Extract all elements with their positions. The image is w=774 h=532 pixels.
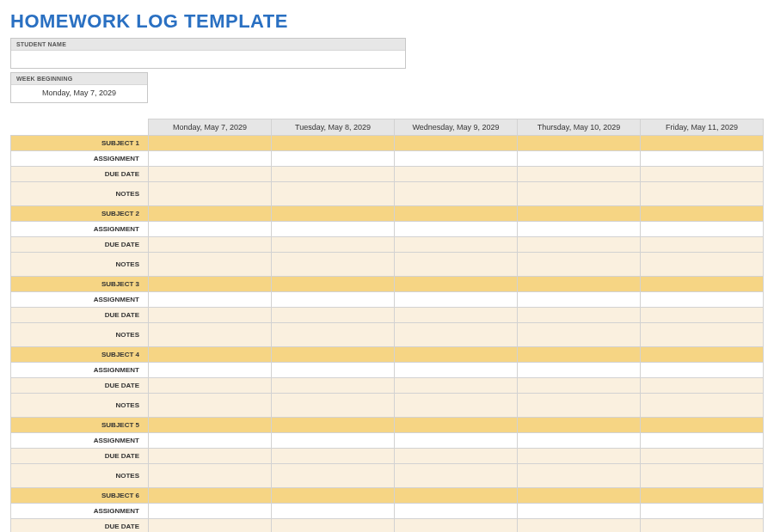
assignment-cell[interactable] bbox=[272, 504, 395, 519]
subject-cell[interactable] bbox=[641, 206, 764, 222]
subject-cell[interactable] bbox=[272, 418, 395, 433]
assignment-cell[interactable] bbox=[641, 151, 764, 167]
notes-cell[interactable] bbox=[395, 464, 518, 488]
subject-cell[interactable] bbox=[641, 347, 764, 363]
due-date-cell[interactable] bbox=[149, 449, 272, 464]
notes-cell[interactable] bbox=[272, 323, 395, 347]
subject-cell[interactable] bbox=[641, 418, 764, 433]
assignment-cell[interactable] bbox=[395, 504, 518, 519]
notes-cell[interactable] bbox=[518, 394, 641, 418]
subject-cell[interactable] bbox=[149, 488, 272, 504]
assignment-cell[interactable] bbox=[149, 433, 272, 449]
notes-cell[interactable] bbox=[272, 464, 395, 488]
notes-cell[interactable] bbox=[272, 253, 395, 277]
due-date-cell[interactable] bbox=[272, 237, 395, 253]
due-date-cell[interactable] bbox=[272, 519, 395, 533]
assignment-cell[interactable] bbox=[395, 363, 518, 378]
subject-cell[interactable] bbox=[518, 136, 641, 151]
due-date-cell[interactable] bbox=[641, 378, 764, 394]
student-name-input[interactable] bbox=[11, 51, 405, 68]
notes-cell[interactable] bbox=[149, 464, 272, 488]
subject-cell[interactable] bbox=[518, 206, 641, 222]
assignment-cell[interactable] bbox=[641, 433, 764, 449]
notes-cell[interactable] bbox=[641, 182, 764, 206]
notes-cell[interactable] bbox=[272, 394, 395, 418]
due-date-cell[interactable] bbox=[395, 449, 518, 464]
week-beginning-input[interactable]: Monday, May 7, 2029 bbox=[11, 85, 147, 102]
assignment-cell[interactable] bbox=[149, 222, 272, 237]
notes-cell[interactable] bbox=[395, 182, 518, 206]
due-date-cell[interactable] bbox=[149, 378, 272, 394]
subject-cell[interactable] bbox=[272, 206, 395, 222]
assignment-cell[interactable] bbox=[272, 222, 395, 237]
assignment-cell[interactable] bbox=[395, 151, 518, 167]
assignment-cell[interactable] bbox=[641, 222, 764, 237]
assignment-cell[interactable] bbox=[395, 433, 518, 449]
due-date-cell[interactable] bbox=[272, 308, 395, 323]
subject-cell[interactable] bbox=[272, 347, 395, 363]
due-date-cell[interactable] bbox=[395, 237, 518, 253]
subject-cell[interactable] bbox=[149, 347, 272, 363]
notes-cell[interactable] bbox=[518, 253, 641, 277]
assignment-cell[interactable] bbox=[641, 504, 764, 519]
notes-cell[interactable] bbox=[641, 253, 764, 277]
due-date-cell[interactable] bbox=[395, 519, 518, 533]
notes-cell[interactable] bbox=[395, 253, 518, 277]
assignment-cell[interactable] bbox=[395, 292, 518, 308]
subject-cell[interactable] bbox=[149, 136, 272, 151]
subject-cell[interactable] bbox=[272, 136, 395, 151]
notes-cell[interactable] bbox=[149, 253, 272, 277]
notes-cell[interactable] bbox=[395, 323, 518, 347]
due-date-cell[interactable] bbox=[518, 378, 641, 394]
subject-cell[interactable] bbox=[641, 277, 764, 292]
due-date-cell[interactable] bbox=[149, 519, 272, 533]
notes-cell[interactable] bbox=[641, 394, 764, 418]
due-date-cell[interactable] bbox=[518, 237, 641, 253]
due-date-cell[interactable] bbox=[518, 308, 641, 323]
notes-cell[interactable] bbox=[641, 323, 764, 347]
due-date-cell[interactable] bbox=[641, 167, 764, 182]
notes-cell[interactable] bbox=[641, 464, 764, 488]
notes-cell[interactable] bbox=[149, 323, 272, 347]
notes-cell[interactable] bbox=[518, 182, 641, 206]
assignment-cell[interactable] bbox=[395, 222, 518, 237]
assignment-cell[interactable] bbox=[518, 504, 641, 519]
assignment-cell[interactable] bbox=[518, 222, 641, 237]
assignment-cell[interactable] bbox=[518, 292, 641, 308]
subject-cell[interactable] bbox=[272, 488, 395, 504]
assignment-cell[interactable] bbox=[518, 151, 641, 167]
due-date-cell[interactable] bbox=[641, 449, 764, 464]
notes-cell[interactable] bbox=[149, 182, 272, 206]
due-date-cell[interactable] bbox=[518, 167, 641, 182]
assignment-cell[interactable] bbox=[272, 151, 395, 167]
assignment-cell[interactable] bbox=[149, 292, 272, 308]
notes-cell[interactable] bbox=[518, 464, 641, 488]
subject-cell[interactable] bbox=[395, 347, 518, 363]
subject-cell[interactable] bbox=[149, 206, 272, 222]
due-date-cell[interactable] bbox=[272, 449, 395, 464]
subject-cell[interactable] bbox=[395, 136, 518, 151]
due-date-cell[interactable] bbox=[641, 519, 764, 533]
notes-cell[interactable] bbox=[518, 323, 641, 347]
subject-cell[interactable] bbox=[395, 206, 518, 222]
assignment-cell[interactable] bbox=[149, 363, 272, 378]
notes-cell[interactable] bbox=[149, 394, 272, 418]
due-date-cell[interactable] bbox=[518, 519, 641, 533]
assignment-cell[interactable] bbox=[641, 292, 764, 308]
due-date-cell[interactable] bbox=[149, 237, 272, 253]
due-date-cell[interactable] bbox=[641, 237, 764, 253]
due-date-cell[interactable] bbox=[395, 378, 518, 394]
subject-cell[interactable] bbox=[395, 418, 518, 433]
assignment-cell[interactable] bbox=[272, 433, 395, 449]
due-date-cell[interactable] bbox=[149, 167, 272, 182]
due-date-cell[interactable] bbox=[395, 308, 518, 323]
assignment-cell[interactable] bbox=[272, 292, 395, 308]
subject-cell[interactable] bbox=[395, 277, 518, 292]
assignment-cell[interactable] bbox=[149, 151, 272, 167]
subject-cell[interactable] bbox=[518, 347, 641, 363]
subject-cell[interactable] bbox=[641, 488, 764, 504]
notes-cell[interactable] bbox=[272, 182, 395, 206]
subject-cell[interactable] bbox=[641, 136, 764, 151]
subject-cell[interactable] bbox=[518, 277, 641, 292]
assignment-cell[interactable] bbox=[518, 363, 641, 378]
